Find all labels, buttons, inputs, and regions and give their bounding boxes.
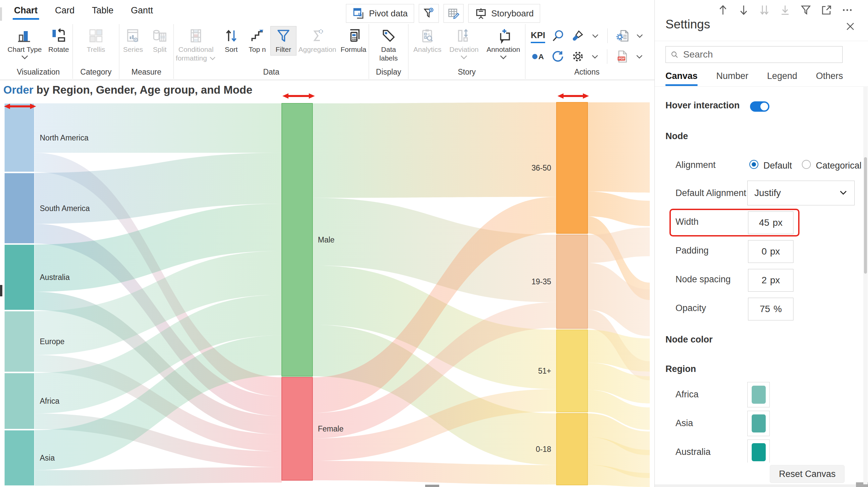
tab-gantt[interactable]: Gantt	[130, 4, 154, 19]
accessibility-icon[interactable]: A	[531, 50, 545, 63]
ribbon-button-annotation[interactable]: Annotation	[484, 26, 523, 61]
move-down-icon[interactable]	[738, 4, 750, 16]
settings-search-box[interactable]	[665, 46, 843, 63]
sankey-node-19-35[interactable]	[557, 235, 588, 328]
sankey-node-europe[interactable]	[4, 311, 34, 372]
ribbon-button-label: Trellis	[87, 45, 105, 54]
sankey-node-label: 0-18	[536, 445, 551, 454]
chevron-down-icon[interactable]	[591, 54, 599, 59]
alignment-radio-default[interactable]	[749, 160, 758, 169]
refresh-icon[interactable]	[551, 50, 565, 63]
ribbon-button-data-labels[interactable]: Datalabels	[376, 26, 402, 64]
hover-interaction-toggle[interactable]	[750, 102, 769, 112]
pdf-export-icon[interactable]: PDF	[615, 50, 629, 63]
ribbon-button-filter[interactable]: Filter	[270, 26, 297, 56]
sankey-flow	[312, 102, 557, 198]
color-swatch-australia[interactable]	[747, 439, 770, 465]
close-icon[interactable]	[845, 21, 856, 32]
sankey-flow	[34, 103, 282, 153]
storyboard-icon	[475, 7, 487, 20]
panel-top-icons	[717, 4, 853, 16]
sankey-node-36-50[interactable]	[557, 102, 588, 233]
more-options-icon[interactable]	[841, 4, 853, 16]
filter-icon[interactable]	[800, 4, 812, 16]
chevron-down-icon	[460, 55, 468, 60]
chevron-down-icon[interactable]	[636, 33, 644, 38]
opacity-input[interactable]: 75 %	[748, 298, 794, 320]
chart-title: Order by Region, Gender, Age group, and …	[3, 84, 252, 96]
sankey-node-asia[interactable]	[4, 430, 34, 486]
settings-document-icon[interactable]	[616, 29, 630, 43]
tab-card[interactable]: Card	[55, 4, 75, 19]
scrollbar-thumb[interactable]	[864, 157, 867, 274]
divider	[655, 86, 868, 87]
ribbon-group-data: Conditionalformatting SortTop nFilterAgg…	[174, 24, 369, 79]
move-up-icon[interactable]	[717, 4, 729, 16]
tab-table[interactable]: Table	[91, 4, 114, 19]
settings-title: Settings	[665, 18, 710, 31]
ribbon-group-category: TrellisCategory	[73, 24, 119, 79]
reset-canvas-button[interactable]: Reset Canvas	[770, 465, 845, 483]
node-color-header: Node color	[665, 335, 713, 345]
search-input[interactable]	[683, 49, 838, 60]
sankey-node-label: Australia	[40, 273, 70, 282]
move-to-bottom-icon[interactable]	[758, 4, 770, 16]
ribbon-group-measure: SeriesSplitMeasure	[119, 24, 174, 79]
ribbon-button-label: Formula	[341, 45, 366, 54]
sankey-node-0-18[interactable]	[557, 413, 588, 485]
width-input[interactable]: 45 px	[748, 211, 794, 234]
scrollbar-track[interactable]	[863, 86, 868, 484]
ribbon-button-chart-type[interactable]: Chart Type	[5, 26, 45, 61]
color-swatch-africa[interactable]	[747, 382, 770, 407]
filter-pane-button[interactable]	[419, 4, 439, 23]
app-window: Chart Card Table Gantt Pivot data Storyb…	[0, 0, 868, 487]
sankey-node-male[interactable]	[282, 103, 312, 376]
dock-down-icon[interactable]	[779, 4, 791, 16]
sankey-node-north-america[interactable]	[4, 103, 34, 172]
sankey-node-africa[interactable]	[4, 373, 34, 429]
ribbon-button-label2: labels	[379, 54, 398, 62]
sankey-node-label: 19-35	[531, 277, 551, 286]
ribbon-button-label: Chart Type	[8, 45, 42, 54]
ribbon-group-display: DatalabelsDisplay	[369, 24, 408, 79]
ribbon-button-rotate[interactable]: Rotate	[45, 26, 72, 56]
hover-interaction-label: Hover interaction	[665, 101, 740, 111]
sankey-node-female[interactable]	[282, 377, 312, 480]
ribbon-button-analytics: Analytics	[410, 26, 444, 56]
pivot-data-button[interactable]: Pivot data	[346, 4, 414, 23]
ribbon-button-sort[interactable]: Sort	[218, 26, 244, 56]
sankey-node-51-[interactable]	[557, 330, 588, 412]
formula-icon	[346, 28, 362, 44]
alignment-radio-categorical[interactable]	[802, 160, 811, 169]
opacity-unit: %	[773, 304, 782, 314]
color-swatch-asia[interactable]	[747, 411, 770, 436]
ribbon-button-label: Top n	[249, 45, 266, 54]
pivot-icon	[352, 7, 365, 20]
ribbon-button-label: Sort	[225, 45, 238, 54]
settings-tab-number[interactable]: Number	[716, 71, 748, 86]
node-spacing-input[interactable]: 2 px	[748, 269, 794, 292]
edit-data-button[interactable]	[443, 4, 464, 23]
chevron-down-icon[interactable]	[636, 54, 643, 59]
sankey-node-australia[interactable]	[4, 245, 34, 310]
popout-icon[interactable]	[820, 4, 833, 16]
search-action-icon[interactable]	[551, 29, 565, 43]
default-alignment-select[interactable]: Justify	[747, 181, 855, 205]
ribbon-button-top-n[interactable]: Top n	[244, 26, 270, 56]
svg-text:A: A	[538, 52, 544, 61]
padding-input[interactable]: 0 px	[748, 240, 794, 263]
split-icon	[152, 28, 168, 44]
sankey-node-label: Africa	[40, 397, 60, 405]
chevron-down-icon[interactable]	[591, 33, 599, 38]
settings-tab-legend[interactable]: Legend	[767, 71, 797, 86]
gear-icon[interactable]	[571, 50, 585, 63]
sankey-node-south-america[interactable]	[4, 173, 34, 244]
tab-chart[interactable]: Chart	[13, 4, 38, 19]
paintbrush-icon[interactable]	[571, 29, 585, 43]
storyboard-button[interactable]: Storyboard	[468, 4, 540, 23]
ribbon-group-label: Category	[73, 67, 119, 79]
kpi-button[interactable]: KPI	[531, 28, 545, 43]
ribbon-button-formula[interactable]: Formula	[338, 26, 369, 56]
settings-tab-others[interactable]: Others	[816, 71, 843, 86]
settings-tab-canvas[interactable]: Canvas	[665, 71, 698, 86]
